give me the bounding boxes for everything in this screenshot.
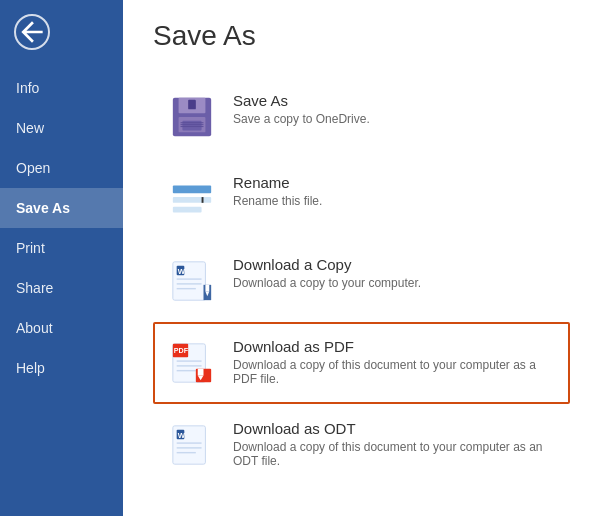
page-title: Save As xyxy=(153,20,570,52)
sidebar: InfoNewOpenSave AsPrintShareAboutHelp xyxy=(0,0,123,516)
main-content: Save As Save AsSave a copy to OneDrive. … xyxy=(123,0,600,516)
svg-text:W: W xyxy=(178,267,186,276)
option-item-save-as[interactable]: Save AsSave a copy to OneDrive. xyxy=(153,76,570,158)
svg-rect-2 xyxy=(188,100,196,110)
option-desc-download-copy: Download a copy to your computer. xyxy=(233,276,421,290)
floppy-icon xyxy=(167,92,217,142)
sidebar-item-share[interactable]: Share xyxy=(0,268,123,308)
sidebar-item-print[interactable]: Print xyxy=(0,228,123,268)
word-dl-icon: W xyxy=(167,256,217,306)
svg-rect-10 xyxy=(173,207,202,213)
svg-rect-8 xyxy=(173,186,211,194)
option-desc-save-as: Save a copy to OneDrive. xyxy=(233,112,370,126)
option-desc-download-pdf: Download a copy of this document to your… xyxy=(233,358,556,386)
sidebar-item-new[interactable]: New xyxy=(0,108,123,148)
rename-icon xyxy=(167,174,217,224)
option-text-rename: RenameRename this file. xyxy=(233,174,322,208)
option-item-download-pdf[interactable]: PDF Download as PDFDownload a copy of th… xyxy=(153,322,570,404)
option-text-download-pdf: Download as PDFDownload a copy of this d… xyxy=(233,338,556,386)
svg-rect-21 xyxy=(205,285,209,292)
option-text-save-as: Save AsSave a copy to OneDrive. xyxy=(233,92,370,126)
sidebar-item-saveas[interactable]: Save As xyxy=(0,188,123,228)
option-title-download-odt: Download as ODT xyxy=(233,420,556,437)
svg-rect-9 xyxy=(173,197,211,203)
option-item-download-copy[interactable]: W Download a CopyDownload a copy to your… xyxy=(153,240,570,322)
sidebar-nav: InfoNewOpenSave AsPrintShareAboutHelp xyxy=(0,68,123,388)
sidebar-item-about[interactable]: About xyxy=(0,308,123,348)
option-text-download-copy: Download a CopyDownload a copy to your c… xyxy=(233,256,421,290)
sidebar-item-open[interactable]: Open xyxy=(0,148,123,188)
option-item-rename[interactable]: RenameRename this file. xyxy=(153,158,570,240)
pdf-icon: PDF xyxy=(167,338,217,388)
back-button[interactable] xyxy=(8,8,56,56)
option-title-download-copy: Download a Copy xyxy=(233,256,421,273)
option-item-download-odt[interactable]: W Download as ODTDownload a copy of this… xyxy=(153,404,570,486)
option-text-download-odt: Download as ODTDownload a copy of this d… xyxy=(233,420,556,468)
svg-text:W: W xyxy=(178,431,186,440)
svg-rect-30 xyxy=(198,369,204,376)
option-title-rename: Rename xyxy=(233,174,322,191)
back-circle-icon xyxy=(14,14,50,50)
option-desc-download-odt: Download a copy of this document to your… xyxy=(233,440,556,468)
sidebar-item-help[interactable]: Help xyxy=(0,348,123,388)
option-title-save-as: Save As xyxy=(233,92,370,109)
word-odt-icon: W xyxy=(167,420,217,470)
option-desc-rename: Rename this file. xyxy=(233,194,322,208)
option-title-download-pdf: Download as PDF xyxy=(233,338,556,355)
options-list: Save AsSave a copy to OneDrive. RenameRe… xyxy=(153,76,570,486)
svg-text:PDF: PDF xyxy=(174,347,189,355)
svg-rect-11 xyxy=(202,197,204,203)
sidebar-item-info[interactable]: Info xyxy=(0,68,123,108)
